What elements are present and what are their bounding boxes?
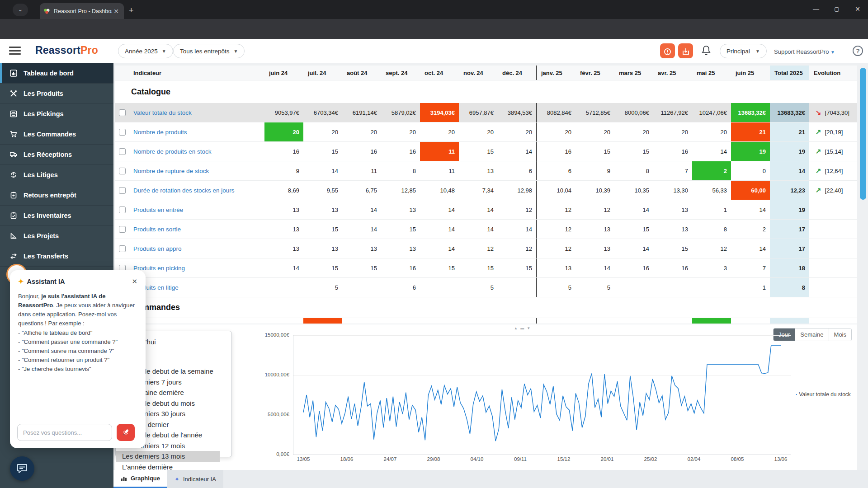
new-tab-button[interactable]: +	[129, 6, 134, 15]
value-cell: 20	[264, 122, 303, 141]
sidebar-item-project[interactable]: Les Projets	[0, 226, 113, 246]
sidebar-item-tools[interactable]: Les Produits	[0, 84, 113, 104]
period-button-semaine[interactable]: Semaine	[795, 328, 828, 341]
chat-launcher-button[interactable]	[10, 456, 34, 481]
commandes-row-fragment	[115, 318, 857, 324]
row-checkbox[interactable]	[115, 103, 129, 122]
value-cell: 14	[459, 220, 498, 239]
window-close-button[interactable]: ✕	[847, 0, 868, 19]
sidebar-item-truck[interactable]: Les Réceptions	[0, 145, 113, 165]
close-icon[interactable]: ✕	[132, 277, 137, 286]
column-header[interactable]: avr. 25	[653, 66, 692, 80]
row-checkbox[interactable]	[115, 220, 129, 239]
period-button-mois[interactable]: Mois	[829, 328, 851, 341]
resize-handle-icon[interactable]: ▲ ▬ ▼	[514, 326, 531, 330]
column-header[interactable]: Evolution	[809, 66, 857, 80]
row-checkbox[interactable]	[115, 161, 129, 180]
chevron-down-icon: ▼	[234, 49, 238, 54]
browser-tab[interactable]: Reassort Pro - Dashboard ✕	[40, 3, 124, 19]
alert-button[interactable]	[660, 43, 675, 58]
account-dropdown[interactable]: Principal▼	[720, 44, 767, 58]
column-header[interactable]: sept. 24	[381, 66, 420, 80]
tab-close-icon[interactable]: ✕	[112, 8, 120, 15]
column-header[interactable]: mai 25	[692, 66, 731, 80]
tools-icon	[10, 90, 17, 97]
indicator-label[interactable]: Produits en picking	[129, 258, 264, 277]
date-range-option[interactable]: L'année dernière	[116, 462, 231, 473]
sidebar-item-shelf[interactable]: Les Pickings	[0, 104, 113, 124]
column-header[interactable]: janv. 25	[537, 66, 576, 80]
value-cell: 13	[653, 220, 692, 239]
row-checkbox[interactable]	[115, 142, 129, 161]
column-header[interactable]: Total 2025	[770, 66, 809, 80]
sparkles-icon: ✦	[18, 277, 24, 286]
column-header[interactable]: mars 25	[614, 66, 653, 80]
value-cell	[614, 278, 653, 297]
indicator-label[interactable]: Nombre de rupture de stock	[129, 161, 264, 180]
indicator-label[interactable]: Produits en litige	[129, 278, 264, 297]
column-header[interactable]: nov. 24	[459, 66, 498, 80]
value-cell: 15	[459, 142, 498, 161]
row-checkbox[interactable]	[115, 181, 129, 200]
sidebar-item-dispute[interactable]: Les Litiges	[0, 165, 113, 185]
export-button[interactable]	[678, 43, 693, 58]
x-tick-label: 24/07	[377, 456, 404, 462]
support-link[interactable]: Support ReassortPro ▼	[774, 48, 835, 55]
app-logo[interactable]: ReassortPro	[35, 44, 98, 56]
window-minimize-button[interactable]: —	[806, 0, 826, 19]
indicator-label[interactable]: Produits en entrée	[129, 200, 264, 219]
column-header[interactable]: déc. 24	[498, 66, 537, 80]
indicator-label[interactable]: Produits en sortie	[129, 220, 264, 239]
column-header[interactable]: Indicateur	[129, 66, 264, 80]
indicator-label[interactable]: Nombre de produits	[129, 122, 264, 141]
indicator-label[interactable]: Valeur totale du stock	[129, 103, 264, 122]
window-maximize-button[interactable]: ▢	[826, 0, 847, 19]
column-header[interactable]: juin 25	[731, 66, 770, 80]
sidebar-item-cart[interactable]: Les Commandes	[0, 124, 113, 145]
row-checkbox[interactable]	[115, 239, 129, 258]
value-cell: 20	[303, 122, 342, 141]
table-scrollbar-thumb[interactable]	[860, 68, 866, 200]
column-header[interactable]: août 24	[342, 66, 381, 80]
help-button[interactable]: ?	[853, 46, 863, 56]
tab-graphique[interactable]: Graphique	[113, 470, 167, 488]
line-chart[interactable]	[293, 335, 791, 455]
microphone-button[interactable]	[117, 424, 135, 441]
value-cell: 14	[420, 239, 459, 258]
row-checkbox[interactable]	[115, 122, 129, 141]
value-cell: 15	[459, 258, 498, 277]
column-header[interactable]: juin 24	[264, 66, 303, 80]
column-header[interactable]: févr. 25	[576, 66, 614, 80]
value-cell-fragment	[692, 318, 731, 324]
value-cell: 14	[459, 200, 498, 219]
value-cell: 5	[537, 278, 576, 297]
table-row: Nombre de produits en stock1615161611151…	[115, 142, 857, 161]
year-filter-dropdown[interactable]: Année 2025▼	[118, 44, 173, 58]
indicator-label[interactable]: Produits en appro	[129, 239, 264, 258]
hamburger-menu-icon[interactable]	[9, 47, 21, 56]
warehouse-filter-dropdown[interactable]: Tous les entrepôts▼	[173, 44, 245, 58]
value-cell-fragment	[576, 318, 614, 324]
indicator-label[interactable]: Durée de rotation des stocks en jours	[129, 181, 264, 200]
value-cell	[342, 278, 381, 297]
value-cell: 6,75	[342, 181, 381, 200]
browser-urlbar: ← → ⟳ ⌂ ⁝≡ demo.reassort.pro ☆ SL ⋮	[0, 19, 868, 39]
sidebar-item-dashboard[interactable]: Tableau de bord	[0, 63, 113, 84]
chat-bubble-icon	[16, 463, 28, 474]
tab-indicateur-ia[interactable]: ✦ Indicateur IA	[167, 470, 223, 488]
value-cell: 15	[420, 258, 459, 277]
notifications-bell-icon[interactable]	[701, 45, 711, 56]
section-title-catalogue: Catalogue	[115, 80, 857, 103]
row-checkbox[interactable]	[115, 200, 129, 219]
value-cell	[498, 278, 537, 297]
sidebar-item-inventory[interactable]: Les Inventaires	[0, 206, 113, 226]
column-header[interactable]: juil. 24	[303, 66, 342, 80]
sidebar-item-return[interactable]: Retours entrepôt	[0, 185, 113, 206]
value-cell: 16	[342, 142, 381, 161]
column-header[interactable]: oct. 24	[420, 66, 459, 80]
tab-search-button[interactable]: ⌄	[13, 4, 28, 16]
date-range-option[interactable]: Les derniers 13 mois	[116, 451, 220, 462]
indicator-label[interactable]: Nombre de produits en stock	[129, 142, 264, 161]
value-cell	[264, 278, 303, 297]
assistant-question-input[interactable]	[17, 424, 112, 441]
